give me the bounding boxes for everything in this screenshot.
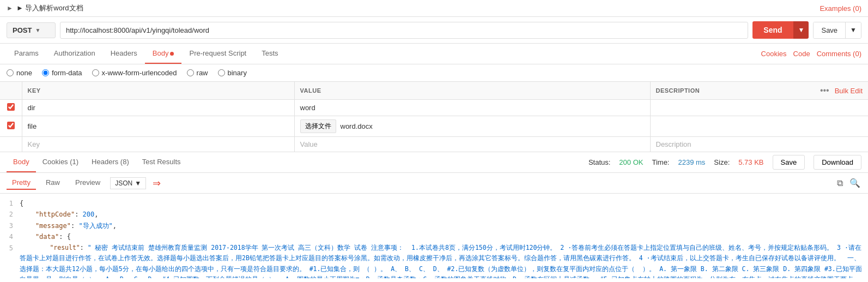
right-links: Cookies Code Comments (0) [761,50,861,58]
format-icons-right: ⧉ 🔍 [836,177,861,189]
format-indent-icon[interactable]: ⇒ [153,177,161,189]
th-checkbox [0,82,22,100]
url-input[interactable] [60,22,748,39]
table-row: file 选择文件 word.docx [0,116,868,137]
method-selector[interactable]: POST ▼ [7,22,56,38]
table-row: dir word [0,100,868,116]
option-none[interactable]: none [7,69,32,77]
top-bar: ► ► 导入解析word文档 Examples (0) [0,0,868,17]
response-meta: Status: 200 OK Time: 2239 ms Size: 5.73 … [588,155,861,170]
request-tabs: Params Authorization Headers Body Pre-re… [0,44,868,64]
breadcrumb-icon: ► [7,4,13,12]
code-link[interactable]: Code [793,50,810,58]
json-chevron-icon: ▼ [135,179,141,187]
code-line-1: 1 { [0,198,868,209]
code-line-3: 3 "message": "导入成功", [0,220,868,231]
radio-raw[interactable] [187,69,194,76]
cookies-link[interactable]: Cookies [761,50,787,58]
tab-body[interactable]: Body [145,44,182,64]
response-save-button[interactable]: Save [773,155,805,170]
url-bar: POST ▼ Send ▼ Save ▼ [0,17,868,44]
code-line-4: 4 "data": { [0,231,868,242]
row-2-desc-cell [650,116,868,137]
json-label: JSON [115,179,132,187]
time-label: Time: [652,158,669,166]
method-chevron-icon: ▼ [35,27,40,33]
row-2-key-cell: file [22,116,294,137]
format-bar: Pretty Raw Preview JSON ▼ ⇒ ⧉ 🔍 [0,173,868,194]
empty-table-row: Key Value Description [0,137,868,152]
code-area[interactable]: 1 { 2 "httpCode": 200, 3 "message": "导入成… [0,194,868,278]
tab-authorization[interactable]: Authorization [46,44,103,64]
response-tab-body[interactable]: Body [7,152,36,172]
empty-key-cell[interactable]: Key [22,137,294,152]
th-value: VALUE [294,82,650,100]
tab-pre-request-script[interactable]: Pre-request Script [181,44,254,64]
format-tab-pretty[interactable]: Pretty [7,176,36,190]
format-tab-raw[interactable]: Raw [40,176,65,190]
option-binary[interactable]: binary [218,69,247,77]
save-button[interactable]: Save [814,22,845,38]
row-1-value-cell: word [294,100,650,116]
status-label: Status: [588,158,610,166]
option-raw[interactable]: raw [187,69,208,77]
body-options: none form-data x-www-form-urlencoded raw… [0,64,868,82]
status-value: 200 OK [619,158,643,166]
tab-headers[interactable]: Headers [103,44,145,64]
save-button-group: Save ▼ [813,22,861,39]
comments-link[interactable]: Comments (0) [817,50,861,58]
response-tab-test-results[interactable]: Test Results [136,152,187,172]
radio-urlencoded[interactable] [92,69,99,76]
response-header: Body Cookies (1) Headers (8) Test Result… [0,152,868,173]
radio-form-data[interactable] [42,69,49,76]
time-value: 2239 ms [678,158,705,166]
params-table: KEY VALUE DESCRIPTION ••• Bulk Edit [0,82,868,152]
page-title: ► 导入解析word文档 [16,3,83,13]
search-icon[interactable]: 🔍 [848,177,861,189]
row-2-value-cell: 选择文件 word.docx [294,116,650,137]
choose-file-button[interactable]: 选择文件 [300,119,336,133]
code-line-5: 5 "result": " 秘密 考试结束前 楚雄州教育质量监测 2017-20… [0,243,868,278]
method-label: POST [13,26,32,34]
response-tab-cookies[interactable]: Cookies (1) [36,152,85,172]
row-1-key-cell: dir [22,100,294,116]
th-key: KEY [22,82,294,100]
response-download-button[interactable]: Download [814,155,861,170]
empty-desc-cell[interactable]: Description [650,137,868,152]
code-line-2: 2 "httpCode": 200, [0,209,868,220]
tab-params[interactable]: Params [7,44,46,64]
row-1-checkbox[interactable] [7,103,15,111]
copy-icon[interactable]: ⧉ [836,177,844,189]
send-dropdown-button[interactable]: ▼ [793,21,809,39]
send-button-group: Send ▼ [752,21,809,39]
body-dot-indicator [170,52,174,56]
size-label: Size: [714,158,730,166]
bulk-edit-button[interactable]: Bulk Edit [835,87,863,95]
radio-none[interactable] [7,69,14,76]
examples-link[interactable]: Examples (0) [820,4,861,13]
option-form-data[interactable]: form-data [42,69,82,77]
response-tab-headers[interactable]: Headers (8) [85,152,136,172]
size-value: 5.73 KB [738,158,763,166]
save-dropdown-button[interactable]: ▼ [845,22,861,38]
send-button[interactable]: Send [752,21,793,39]
tab-tests[interactable]: Tests [254,44,286,64]
params-table-container: KEY VALUE DESCRIPTION ••• Bulk Edit [0,82,868,152]
json-format-selector[interactable]: JSON ▼ [110,177,146,189]
th-description: DESCRIPTION ••• Bulk Edit [650,82,868,100]
radio-binary[interactable] [218,69,225,76]
row-1-desc-cell [650,100,868,116]
row-2-checkbox[interactable] [7,122,15,129]
more-options-button[interactable]: ••• [818,86,831,95]
option-urlencoded[interactable]: x-www-form-urlencoded [92,69,177,77]
empty-value-cell[interactable]: Value [294,137,650,152]
format-tab-preview[interactable]: Preview [70,176,106,190]
